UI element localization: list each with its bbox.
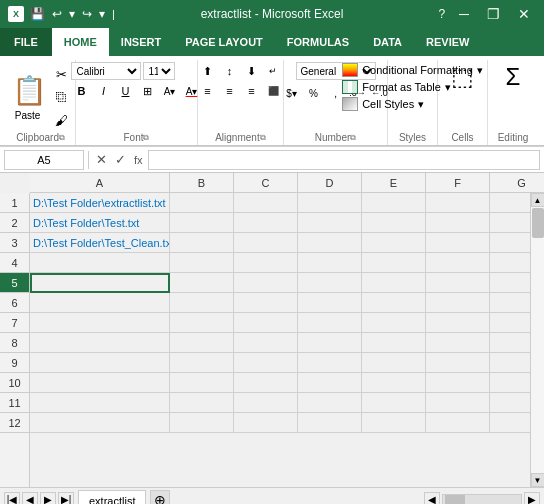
cell-B1[interactable] xyxy=(170,193,234,213)
tab-review[interactable]: REVIEW xyxy=(414,28,481,56)
percent-btn[interactable]: % xyxy=(304,84,324,102)
row-num-8[interactable]: 8 xyxy=(0,333,29,353)
cell-F7[interactable] xyxy=(426,313,490,333)
cell-D5[interactable] xyxy=(298,273,362,293)
cell-B11[interactable] xyxy=(170,393,234,413)
col-header-E[interactable]: E xyxy=(362,173,426,192)
cell-C9[interactable] xyxy=(234,353,298,373)
col-header-D[interactable]: D xyxy=(298,173,362,192)
format-painter-button[interactable]: 🖌 xyxy=(50,109,74,131)
tab-prev-button[interactable]: ◀ xyxy=(22,492,38,505)
cell-G8[interactable] xyxy=(490,333,530,353)
cell-styles-dropdown[interactable]: ▾ xyxy=(418,98,424,111)
cell-E8[interactable] xyxy=(362,333,426,353)
cell-B7[interactable] xyxy=(170,313,234,333)
cell-F10[interactable] xyxy=(426,373,490,393)
cell-F11[interactable] xyxy=(426,393,490,413)
tab-last-button[interactable]: ▶| xyxy=(58,492,74,505)
font-size-select[interactable]: 11 xyxy=(143,62,175,80)
accounting-btn[interactable]: $▾ xyxy=(282,84,302,102)
cell-E5[interactable] xyxy=(362,273,426,293)
undo-button[interactable]: ↩ xyxy=(50,5,64,23)
cell-C5[interactable] xyxy=(234,273,298,293)
cell-D3[interactable] xyxy=(298,233,362,253)
cell-A7[interactable] xyxy=(30,313,170,333)
sheet-tab-extractlist[interactable]: extractlist xyxy=(78,490,146,505)
cell-E1[interactable] xyxy=(362,193,426,213)
redo-button[interactable]: ↪ xyxy=(80,5,94,23)
col-header-C[interactable]: C xyxy=(234,173,298,192)
cell-C2[interactable] xyxy=(234,213,298,233)
cell-F1[interactable] xyxy=(426,193,490,213)
cell-G5[interactable] xyxy=(490,273,530,293)
cell-A1[interactable]: D:\Test Folder\extractlist.txt xyxy=(30,193,170,213)
cell-G9[interactable] xyxy=(490,353,530,373)
add-sheet-button[interactable]: ⊕ xyxy=(150,490,170,505)
tab-next-button[interactable]: ▶ xyxy=(40,492,56,505)
cell-B6[interactable] xyxy=(170,293,234,313)
cell-C12[interactable] xyxy=(234,413,298,433)
cell-A9[interactable] xyxy=(30,353,170,373)
align-center-button[interactable]: ≡ xyxy=(219,82,239,100)
col-header-A[interactable]: A xyxy=(30,173,170,192)
cell-D12[interactable] xyxy=(298,413,362,433)
align-middle-button[interactable]: ↕ xyxy=(219,62,239,80)
cell-D9[interactable] xyxy=(298,353,362,373)
cell-G3[interactable] xyxy=(490,233,530,253)
cell-G12[interactable] xyxy=(490,413,530,433)
cell-B2[interactable] xyxy=(170,213,234,233)
cell-B3[interactable] xyxy=(170,233,234,253)
cell-A11[interactable] xyxy=(30,393,170,413)
row-num-2[interactable]: 2 xyxy=(0,213,29,233)
scroll-up-button[interactable]: ▲ xyxy=(531,193,545,207)
cell-B12[interactable] xyxy=(170,413,234,433)
cell-F2[interactable] xyxy=(426,213,490,233)
formula-input[interactable] xyxy=(148,150,540,170)
scroll-thumb[interactable] xyxy=(532,208,544,238)
cell-C8[interactable] xyxy=(234,333,298,353)
cell-B10[interactable] xyxy=(170,373,234,393)
cell-D6[interactable] xyxy=(298,293,362,313)
underline-button[interactable]: U xyxy=(115,82,135,100)
cell-C6[interactable] xyxy=(234,293,298,313)
redo-dropdown[interactable]: ▾ xyxy=(97,5,107,23)
cell-A8[interactable] xyxy=(30,333,170,353)
cell-E3[interactable] xyxy=(362,233,426,253)
cell-F12[interactable] xyxy=(426,413,490,433)
cell-C7[interactable] xyxy=(234,313,298,333)
cell-G1[interactable] xyxy=(490,193,530,213)
cell-A4[interactable] xyxy=(30,253,170,273)
cell-C1[interactable] xyxy=(234,193,298,213)
cell-F6[interactable] xyxy=(426,293,490,313)
hscroll-left-button[interactable]: ◀ xyxy=(424,492,440,505)
row-num-1[interactable]: 1 xyxy=(0,193,29,213)
cell-G2[interactable] xyxy=(490,213,530,233)
paste-button[interactable]: 📋 Paste xyxy=(8,72,48,123)
col-header-B[interactable]: B xyxy=(170,173,234,192)
save-button[interactable]: 💾 xyxy=(28,5,47,23)
row-num-10[interactable]: 10 xyxy=(0,373,29,393)
hscroll-thumb[interactable] xyxy=(445,495,465,505)
cell-B5[interactable] xyxy=(170,273,234,293)
cell-F5[interactable] xyxy=(426,273,490,293)
fill-color-button[interactable]: A▾ xyxy=(159,82,179,100)
align-top-button[interactable]: ⬆ xyxy=(197,62,217,80)
cell-A6[interactable] xyxy=(30,293,170,313)
cell-D10[interactable] xyxy=(298,373,362,393)
col-header-G[interactable]: G xyxy=(490,173,544,192)
cell-F8[interactable] xyxy=(426,333,490,353)
tab-formulas[interactable]: FORMULAS xyxy=(275,28,361,56)
cell-E12[interactable] xyxy=(362,413,426,433)
cell-E10[interactable] xyxy=(362,373,426,393)
close-button[interactable]: ✕ xyxy=(512,4,536,24)
cell-G4[interactable] xyxy=(490,253,530,273)
help-icon[interactable]: ? xyxy=(436,5,447,23)
cell-G6[interactable] xyxy=(490,293,530,313)
wrap-text-button[interactable]: ↵ xyxy=(263,62,283,80)
cell-C4[interactable] xyxy=(234,253,298,273)
cell-C3[interactable] xyxy=(234,233,298,253)
cell-F4[interactable] xyxy=(426,253,490,273)
cell-D11[interactable] xyxy=(298,393,362,413)
cell-F9[interactable] xyxy=(426,353,490,373)
cell-E2[interactable] xyxy=(362,213,426,233)
